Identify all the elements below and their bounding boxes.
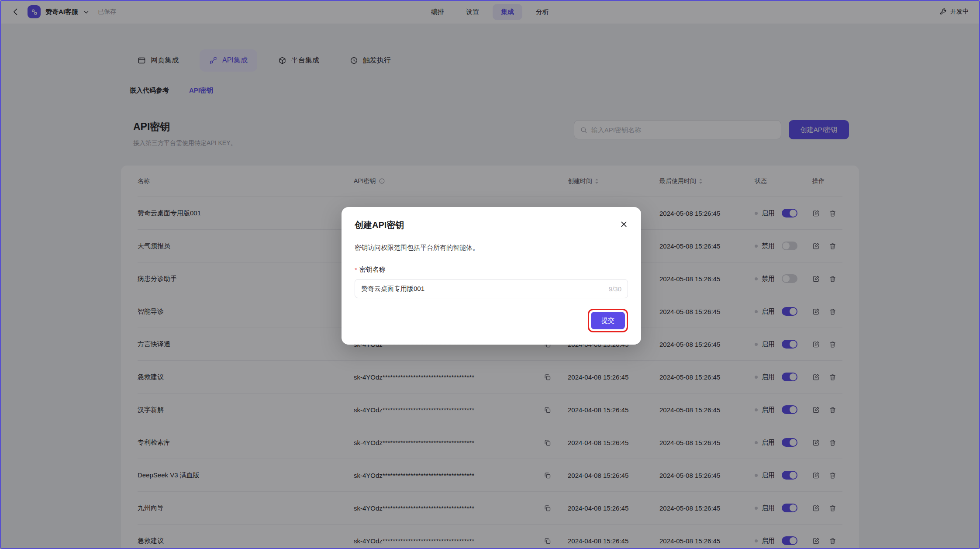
submit-button[interactable]: 提交 — [591, 312, 625, 329]
key-name-label: * 密钥名称 — [355, 266, 628, 274]
key-name-field: 9/30 — [355, 279, 628, 298]
click-annotation-ring: 提交 — [588, 309, 628, 332]
create-api-key-modal: 创建API密钥 密钥访问权限范围包括平台所有的智能体。 * 密钥名称 9/30 … — [342, 207, 641, 345]
close-icon[interactable] — [620, 219, 628, 228]
char-counter: 9/30 — [609, 285, 621, 293]
modal-description: 密钥访问权限范围包括平台所有的智能体。 — [355, 244, 628, 252]
key-name-input[interactable] — [361, 285, 609, 293]
modal-footer: 提交 — [355, 309, 628, 332]
modal-title: 创建API密钥 — [355, 219, 404, 231]
required-mark: * — [355, 266, 357, 273]
modal-header: 创建API密钥 — [355, 219, 628, 231]
